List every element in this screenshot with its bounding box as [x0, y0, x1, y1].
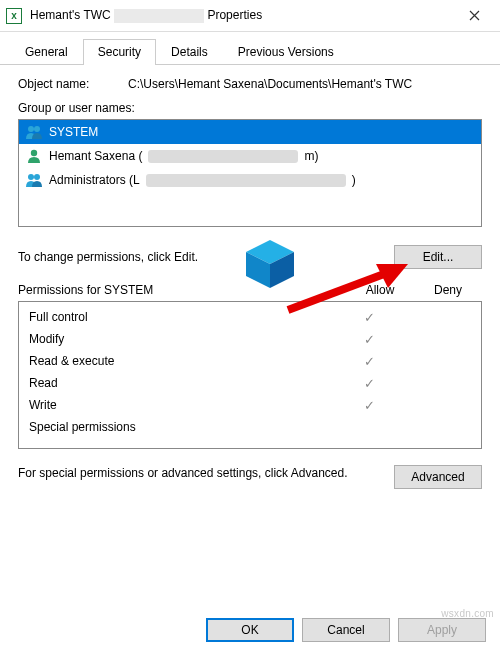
permission-name: Full control	[29, 310, 335, 324]
object-name-label: Object name:	[18, 77, 128, 91]
user-icon	[25, 148, 43, 164]
tab-previous-versions[interactable]: Previous Versions	[223, 39, 349, 65]
cancel-button[interactable]: Cancel	[302, 618, 390, 642]
permission-row[interactable]: Read & execute✓	[19, 350, 481, 372]
permission-name: Modify	[29, 332, 335, 346]
tab-general[interactable]: General	[10, 39, 83, 65]
title-suffix: Properties	[207, 8, 262, 22]
permission-row[interactable]: Full control✓	[19, 306, 481, 328]
permission-name: Read	[29, 376, 335, 390]
redacted-text	[148, 150, 298, 163]
object-name-row: Object name: C:\Users\Hemant Saxena\Docu…	[18, 77, 482, 91]
change-permissions-hint: To change permissions, click Edit.	[18, 250, 394, 264]
permissions-header: Permissions for SYSTEM Allow Deny	[18, 283, 482, 297]
permission-row[interactable]: Special permissions	[19, 416, 481, 438]
permissions-for-label: Permissions for SYSTEM	[18, 283, 346, 297]
security-panel: Object name: C:\Users\Hemant Saxena\Docu…	[0, 65, 500, 497]
window-title: Hemant's TWC Properties	[30, 8, 454, 23]
allow-check: ✓	[335, 332, 403, 347]
group-icon	[25, 124, 43, 140]
tab-security[interactable]: Security	[83, 39, 156, 65]
svg-point-2	[31, 150, 37, 156]
list-item[interactable]: Administrators (L)	[19, 168, 481, 192]
advanced-button[interactable]: Advanced	[394, 465, 482, 489]
object-name-value: C:\Users\Hemant Saxena\Documents\Hemant'…	[128, 77, 482, 91]
apply-button: Apply	[398, 618, 486, 642]
svg-point-1	[34, 126, 40, 132]
allow-check: ✓	[335, 376, 403, 391]
edit-button[interactable]: Edit...	[394, 245, 482, 269]
dialog-buttons: OK Cancel Apply	[206, 618, 486, 642]
permission-name: Read & execute	[29, 354, 335, 368]
permission-name: Special permissions	[29, 420, 335, 434]
titlebar: x Hemant's TWC Properties	[0, 0, 500, 32]
allow-check: ✓	[335, 354, 403, 369]
title-prefix: Hemant's TWC	[30, 8, 111, 22]
permission-row[interactable]: Modify✓	[19, 328, 481, 350]
watermark: wsxdn.com	[441, 608, 494, 619]
groups-label: Group or user names:	[18, 101, 482, 115]
deny-column-header: Deny	[414, 283, 482, 297]
list-item-suffix: )	[352, 173, 356, 187]
tab-details[interactable]: Details	[156, 39, 223, 65]
change-permissions-row: To change permissions, click Edit. Edit.…	[18, 245, 482, 269]
redacted-text	[146, 174, 346, 187]
svg-point-4	[34, 174, 40, 180]
close-button[interactable]	[454, 2, 494, 30]
svg-point-0	[28, 126, 34, 132]
advanced-row: For special permissions or advanced sett…	[18, 465, 482, 489]
list-item-name: SYSTEM	[49, 125, 98, 139]
groups-listbox[interactable]: SYSTEMHemant Saxena (m)Administrators (L…	[18, 119, 482, 227]
permission-name: Write	[29, 398, 335, 412]
tab-row: General Security Details Previous Versio…	[0, 32, 500, 65]
ok-button[interactable]: OK	[206, 618, 294, 642]
list-item-name: Administrators (L	[49, 173, 140, 187]
allow-column-header: Allow	[346, 283, 414, 297]
close-icon	[469, 10, 480, 21]
list-item[interactable]: SYSTEM	[19, 120, 481, 144]
excel-file-icon: x	[6, 8, 22, 24]
svg-point-3	[28, 174, 34, 180]
advanced-hint: For special permissions or advanced sett…	[18, 465, 384, 482]
permission-row[interactable]: Read✓	[19, 372, 481, 394]
title-redacted	[114, 9, 204, 23]
list-item-name: Hemant Saxena (	[49, 149, 142, 163]
list-item[interactable]: Hemant Saxena (m)	[19, 144, 481, 168]
allow-check: ✓	[335, 398, 403, 413]
permissions-listbox[interactable]: Full control✓Modify✓Read & execute✓Read✓…	[18, 301, 482, 449]
group-icon	[25, 172, 43, 188]
list-item-suffix: m)	[304, 149, 318, 163]
allow-check: ✓	[335, 310, 403, 325]
permission-row[interactable]: Write✓	[19, 394, 481, 416]
